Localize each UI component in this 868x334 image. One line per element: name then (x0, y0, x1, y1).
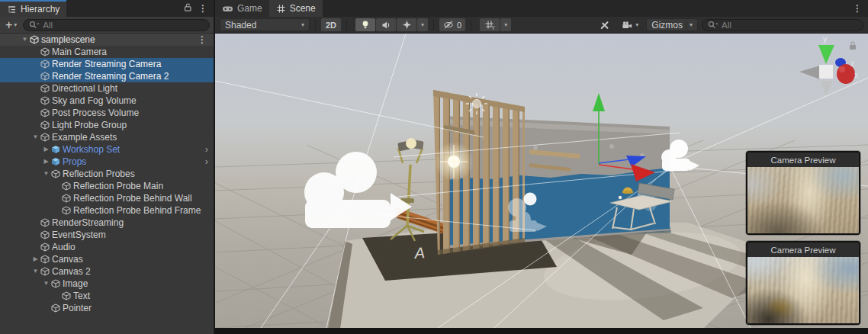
tab-game[interactable]: Game (215, 0, 269, 17)
hierarchy-panel: Hierarchy ⋮ + ▾ ▼samplescene⋮Main Camer (0, 0, 215, 334)
hierarchy-item-sky-and-fog-volume[interactable]: Sky and Fog Volume (0, 95, 214, 107)
tab-scene[interactable]: Scene (269, 0, 323, 17)
eye-hidden-icon (443, 20, 455, 30)
cube-icon (40, 120, 50, 130)
cube-icon (40, 133, 50, 142)
viewport-bottom-strip (215, 328, 868, 334)
hierarchy-item-reflection-probe-main[interactable]: Reflection Probe Main (0, 180, 214, 192)
cube-icon (51, 169, 61, 178)
hierarchy-item-text[interactable]: Text (0, 290, 214, 302)
speaker-icon (381, 21, 391, 30)
hierarchy-item-render-streaming-camera-2[interactable]: Render Streaming Camera 2 (0, 70, 214, 82)
gizmos-dropdown[interactable]: Gizmos ▾ (646, 18, 698, 31)
expander-arrow[interactable]: ▼ (41, 278, 51, 290)
light-probe-sphere[interactable] (524, 193, 537, 206)
lock-icon[interactable] (183, 2, 192, 14)
camera-icon (622, 21, 633, 30)
hierarchy-item-example-assets[interactable]: ▼Example Assets (0, 131, 214, 143)
scene-panel: Game Scene ⋮ Shaded ▾ 2D (215, 0, 868, 334)
expander-arrow[interactable]: ▶ (41, 143, 51, 156)
expander-arrow[interactable]: ▶ (41, 156, 51, 168)
hierarchy-item-label: EventSystem (52, 229, 106, 241)
hierarchy-item-canvas-2[interactable]: ▼Canvas 2 (0, 265, 214, 278)
hierarchy-item-renderstreaming[interactable]: RenderStreaming (0, 217, 214, 229)
scene-effects-button[interactable] (397, 18, 416, 31)
scene-search-input[interactable] (722, 21, 857, 30)
prefab-icon (51, 145, 61, 154)
expander-arrow[interactable]: ▼ (41, 168, 51, 180)
cube-icon (51, 279, 61, 288)
hierarchy-item-image[interactable]: ▼Image (0, 278, 214, 290)
scene-lighting-button[interactable] (355, 18, 375, 31)
scene-menu-icon[interactable]: ⋮ (853, 4, 862, 13)
light-flare (434, 142, 474, 181)
dropdown-separator (686, 21, 686, 30)
cube-icon (51, 303, 61, 313)
hierarchy-item-label: Workshop Set (63, 143, 120, 156)
expander-arrow[interactable]: ▶ (31, 253, 40, 265)
kebab-menu-icon[interactable]: ⋮ (198, 34, 207, 45)
hierarchy-item-label: Image (63, 278, 88, 290)
scene-audio-button[interactable] (376, 18, 396, 31)
scene-grid-dropdown[interactable]: ▾ (500, 18, 511, 31)
cube-icon (62, 206, 72, 215)
expander-arrow[interactable]: ▼ (31, 265, 40, 278)
hierarchy-item-post-process-volume[interactable]: Post Process Volume (0, 107, 214, 119)
hierarchy-item-render-streaming-camera[interactable]: Render Streaming Camera (0, 58, 214, 70)
hierarchy-item-eventsystem[interactable]: EventSystem (0, 229, 214, 241)
search-icon (29, 21, 40, 29)
axis-y-label: y (823, 34, 828, 43)
expander-arrow[interactable]: ▼ (20, 34, 30, 46)
scene-search[interactable] (702, 19, 863, 31)
hierarchy-item-audio[interactable]: Audio (0, 241, 214, 253)
cube-icon (40, 84, 50, 93)
scene-icon (30, 35, 40, 44)
lightbulb-icon (361, 20, 370, 30)
hierarchy-item-reflection-probe-behind-frame[interactable]: Reflection Probe Behind Frame (0, 204, 214, 217)
hierarchy-item-canvas[interactable]: ▶Canvas (0, 253, 214, 265)
2d-label: 2D (326, 21, 336, 30)
prefab-icon (51, 157, 61, 166)
hierarchy-icon (7, 5, 17, 14)
hierarchy-item-label: Render Streaming Camera (52, 58, 161, 70)
hierarchy-search[interactable] (23, 19, 210, 31)
hierarchy-item-reflection-probes[interactable]: ▼Reflection Probes (0, 168, 214, 180)
prefab-open-chevron-icon[interactable]: › (205, 156, 208, 167)
scene-viewport[interactable]: A (215, 34, 868, 328)
hierarchy-item-main-camera[interactable]: Main Camera (0, 46, 214, 58)
hierarchy-item-label: Reflection Probe Behind Frame (73, 204, 201, 217)
scene-camera-settings-button[interactable]: ▾ (618, 18, 642, 31)
tab-hierarchy[interactable]: Hierarchy (0, 0, 66, 17)
scene-effects-dropdown[interactable]: ▾ (417, 18, 428, 31)
hierarchy-search-input[interactable] (43, 21, 204, 30)
hierarchy-item-light-probe-group[interactable]: Light Probe Group (0, 119, 214, 131)
cube-icon (40, 242, 50, 252)
hierarchy-item-samplescene[interactable]: ▼samplescene⋮ (0, 34, 214, 46)
hierarchy-item-pointer[interactable]: Pointer (0, 302, 214, 314)
scene-visibility-button[interactable]: 0 (439, 18, 465, 31)
scene-grid-button[interactable]: Y (480, 18, 500, 31)
scene-toolbar: Shaded ▾ 2D ▾ (215, 17, 868, 34)
custom-tools-button[interactable] (594, 18, 614, 31)
svg-text:Y: Y (492, 25, 496, 31)
expander-arrow[interactable]: ▼ (31, 131, 40, 143)
hierarchy-menu-icon[interactable]: ⋮ (198, 4, 207, 13)
hierarchy-item-props[interactable]: ▶Props› (0, 156, 214, 168)
hierarchy-item-workshop-set[interactable]: ▶Workshop Set› (0, 143, 214, 156)
add-gameobject-button[interactable]: + ▾ (4, 20, 18, 31)
hierarchy-item-label: Post Process Volume (52, 107, 139, 119)
cube-icon (40, 255, 50, 264)
hierarchy-item-label: Pointer (63, 302, 92, 314)
toggle-2d-button[interactable]: 2D (321, 18, 341, 31)
prefab-open-chevron-icon[interactable]: › (205, 144, 208, 155)
plus-icon: + (5, 20, 12, 31)
camera-preview-image (747, 257, 859, 323)
unity-editor-window: Hierarchy ⋮ + ▾ ▼samplescene⋮Main Camer (0, 0, 868, 334)
hierarchy-tabbar: Hierarchy ⋮ (0, 0, 214, 17)
axis-x-label: x (854, 71, 858, 79)
draw-mode-label: Shaded (225, 20, 256, 31)
draw-mode-dropdown[interactable]: Shaded ▾ (220, 18, 310, 31)
hierarchy-item-reflection-probe-behind-wall[interactable]: Reflection Probe Behind Wall (0, 192, 214, 204)
cube-icon (62, 291, 72, 300)
hierarchy-item-directional-light[interactable]: Directional Light (0, 82, 214, 95)
